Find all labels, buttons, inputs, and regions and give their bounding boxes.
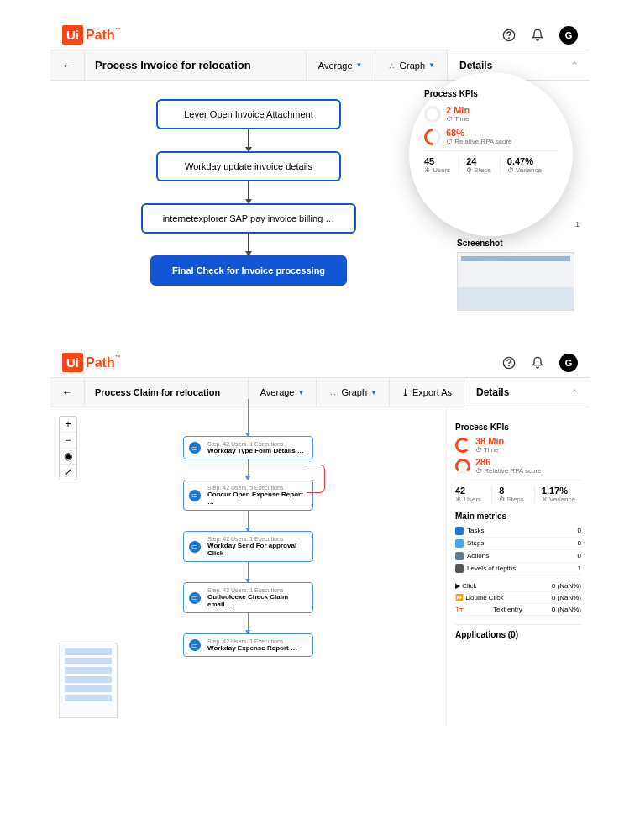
graph-icon: ⛬ <box>387 60 396 71</box>
kpi-rpa-label: ⏱ Relative RPA score <box>446 138 512 145</box>
dot-icon <box>455 527 464 535</box>
graph-label: Graph <box>400 60 426 71</box>
kpi-steps-label: ⚙ Steps <box>466 166 491 174</box>
main-content: Lever Open Invoice Attachment Workday up… <box>50 81 590 319</box>
app-icon: ▭ <box>189 592 201 604</box>
ring-icon <box>455 438 470 453</box>
zoom-in-button[interactable]: + <box>60 417 76 433</box>
dot-icon <box>455 539 464 548</box>
kpi-time-value: 38 Min <box>475 436 504 446</box>
app-icon: ▭ <box>189 442 201 454</box>
ring-icon <box>421 124 444 148</box>
app-icon: ▭ <box>189 541 201 553</box>
avatar[interactable]: G <box>559 26 578 45</box>
metric-value: 1 <box>578 564 581 573</box>
flow-node[interactable]: ▭ Step. 42 Users. 1 Executions Outlook.e… <box>183 582 313 613</box>
metric-value: 0 <box>578 527 581 535</box>
graph-dropdown[interactable]: ⛬ Graph ▼ <box>316 378 389 407</box>
topbar: Ui Path ™ G <box>50 17 590 50</box>
flow-node[interactable]: Workday update invoice details <box>156 151 341 181</box>
topbar-actions: G <box>502 354 578 372</box>
flow-node[interactable]: ▭ Step. 42 Users. 1 Executions Workday T… <box>183 436 313 459</box>
actions-table: ▶ Click0 (NaN%) ⏩ Double Click0 (NaN%) T… <box>455 580 581 616</box>
kpi-steps-value: 24 <box>466 156 491 166</box>
kpi-steps: 8 ⚙ Steps <box>491 486 524 503</box>
arrow-icon <box>248 234 249 255</box>
kpi-rpa-label: ⏱ Relative RPA score <box>475 467 542 475</box>
back-button[interactable]: ← <box>50 378 85 407</box>
average-label: Average <box>260 387 295 397</box>
average-dropdown[interactable]: Average ▼ <box>306 50 375 80</box>
flow-canvas[interactable]: Lever Open Invoice Attachment Workday up… <box>50 81 447 319</box>
logo-tm: ™ <box>115 354 121 360</box>
graph-label: Graph <box>341 387 367 397</box>
export-label: Export As <box>412 387 452 397</box>
kpi-users: 42 ⛯ Users <box>455 486 481 503</box>
average-label: Average <box>318 60 353 71</box>
kpi-time-label: ⏱ Time <box>475 446 504 454</box>
kpi-var-value: 0.47% <box>507 156 542 166</box>
action-row: ⏩ Double Click0 (NaN%) <box>455 592 581 604</box>
screen-claim: Ui Path ™ G ← Process Claim for relocati… <box>0 344 640 727</box>
node-meta: Step. 42 Users. 1 Executions <box>207 587 306 593</box>
chevron-down-icon: ▼ <box>298 389 305 396</box>
svg-point-1 <box>509 38 510 39</box>
action-label: Double Click <box>465 594 503 601</box>
logo-box: Ui <box>62 353 83 372</box>
logo: Ui Path ™ <box>62 25 121 45</box>
help-icon[interactable] <box>502 29 516 42</box>
metric-row: Tasks0 <box>455 525 581 538</box>
help-icon[interactable] <box>502 356 516 370</box>
kpi-rpa-value: 286 <box>475 457 542 467</box>
metric-row: Actions0 <box>455 550 581 563</box>
kpi-steps-label: ⚙ Steps <box>499 496 524 503</box>
svg-point-3 <box>509 365 510 366</box>
node-label: Workday Send For approval Click <box>207 542 306 557</box>
screenshot-thumb[interactable] <box>457 252 574 311</box>
kpi-users: 45 ⛯ Users <box>424 156 450 174</box>
details-label: Details <box>459 60 492 71</box>
app-icon: ▭ <box>189 490 201 501</box>
zoom-controls: + − ◉ ⤢ <box>59 416 77 480</box>
metric-row: Steps8 <box>455 538 581 550</box>
kpi-users-value: 45 <box>424 156 450 166</box>
flow-canvas[interactable]: + − ◉ ⤢ ▭ Step. 42 Users. 1 Executions W… <box>50 407 447 727</box>
back-button[interactable]: ← <box>50 50 85 80</box>
main-content: + − ◉ ⤢ ▭ Step. 42 Users. 1 Executions W… <box>50 407 590 727</box>
node-meta: Step. 42 Users. 1 Executions <box>207 638 306 644</box>
bell-icon[interactable] <box>531 356 544 370</box>
average-dropdown[interactable]: Average ▼ <box>248 378 317 407</box>
arrow-icon <box>248 459 249 480</box>
flow-node[interactable]: ▭ Step. 42 Users. 1 Executions Workday E… <box>183 633 313 657</box>
minimap[interactable] <box>59 643 118 718</box>
kpi-stats: 45 ⛯ Users 24 ⚙ Steps 0.47% ⏱ Variance <box>424 150 558 174</box>
flow-node[interactable]: ▭ Step. 42 Users. 5 Executions Concur Op… <box>183 480 313 511</box>
metrics-title: Main metrics <box>455 512 581 521</box>
zoom-target-button[interactable]: ◉ <box>60 449 76 465</box>
zoom-fit-button[interactable]: ⤢ <box>60 465 76 480</box>
kpi-time-value: 2 Min <box>446 105 470 115</box>
details-toggle[interactable]: Details ⌃ <box>464 378 590 407</box>
flow-node-final[interactable]: Final Check for Invoice processing <box>150 255 347 286</box>
flow-node[interactable]: ▭ Step. 42 Users. 1 Executions Workday S… <box>183 531 313 562</box>
export-button[interactable]: ⤓ Export As <box>389 378 464 407</box>
chevron-up-icon: ⌃ <box>571 388 578 397</box>
zoom-out-button[interactable]: − <box>60 433 76 449</box>
metric-value: 0 <box>578 552 581 560</box>
graph-dropdown[interactable]: ⛬ Graph ▼ <box>375 50 448 80</box>
flow-node[interactable]: Lever Open Invoice Attachment <box>156 99 341 129</box>
kpi-users-value: 42 <box>455 486 481 496</box>
flow-node[interactable]: internetexplorer SAP pay invoice billing… <box>141 203 357 234</box>
kpi-magnifier: Process KPIs 2 Min ⏱ Time 68% ⏱ Relative… <box>409 72 573 236</box>
bell-icon[interactable] <box>531 29 544 42</box>
kpi-title: Process KPIs <box>455 423 581 432</box>
graph-icon: ⛬ <box>328 387 338 397</box>
avatar[interactable]: G <box>559 354 578 372</box>
kpi-variance: 1.17% ⤧ Variance <box>534 486 575 503</box>
chevron-up-icon: ⌃ <box>571 60 578 70</box>
kpi-users-label: ⛯ Users <box>455 496 481 503</box>
download-icon: ⤓ <box>401 387 409 398</box>
ring-icon <box>455 459 470 474</box>
metrics-table: Tasks0 Steps8 Actions0 Levels of depths1 <box>455 525 581 575</box>
loop-arrow-icon <box>307 465 325 493</box>
